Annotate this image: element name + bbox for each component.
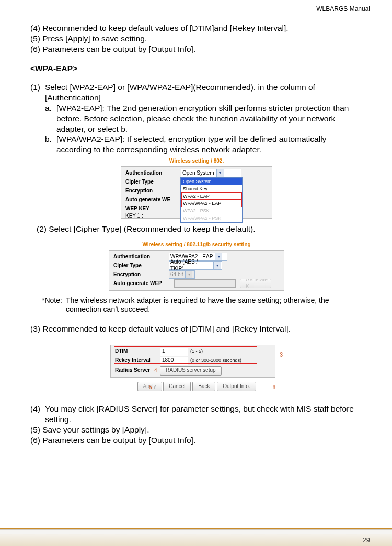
shot1-autowep-label: Auto generate WE [125,197,181,203]
shot3-rekey-label: Rekey Interval [115,357,160,364]
note-block: *Note: The wireless network adapter is r… [42,296,363,315]
screenshot-auth-dropdown: Wireless setting / 802. Authentication O… [121,158,272,219]
shot2-cipher-label: Cipler Type [113,263,169,269]
shot1-auth-value: Open System [182,170,214,177]
chevron-down-icon[interactable]: ▾ [215,253,222,260]
shot1-opt-wpa-wpa2-psk[interactable]: WPA/WPA2 - PSK [181,214,242,222]
bottom-step-4: (4) You may click [RADIUS Server] for pa… [30,404,363,425]
shot2-cipher-select[interactable]: Auto (AES / TKIP) ▾ [169,261,222,270]
top-step-6: (6) Parameters can be output by [Output … [30,44,363,54]
screenshot-cipher-type: Wireless setting / 802.11g/b security se… [109,242,284,291]
step-1b: b. [WPA/WPA2-EAP]: If selected, encrypti… [45,134,363,155]
header-manual-title: WLBARGS Manual [316,5,370,13]
shot1-auth-select[interactable]: Open System ▾ Open System Shared Key WPA… [181,169,241,177]
chevron-down-icon[interactable]: ▾ [213,262,221,269]
top-step-4: (4) Recommended to keep default values o… [30,23,363,33]
step-1b-text: [WPA/WPA2-EAP]: If selected, encryption … [56,134,363,155]
note-label: *Note: [42,296,66,315]
step-1b-letter: b. [45,134,56,155]
shot1-opt-wpa-wpa2-eap[interactable]: WPA/WPA2 - EAP [181,200,242,207]
bottom-step-6: (6) Parameters can be output by [Output … [30,435,363,446]
shot3-apply-button[interactable]: Apply [137,382,162,391]
step-1a: a. [WPA2-EAP]: The 2nd generation encryp… [45,103,363,134]
shot2-autowep-input [174,279,236,288]
step-1: (1) Select [WPA2-EAP] or [WPA/WPA2-EAP](… [30,82,363,103]
page-footer: 29 [0,528,392,546]
shot1-opt-wpa2-psk[interactable]: WPA2 - PSK [181,207,242,214]
section-heading-wpa-eap: <WPA-EAP> [30,63,363,74]
top-step-5: (5) Press [Apply] to save setting. [30,33,363,44]
shot2-enc-value: 64 bit [170,271,183,278]
chevron-down-icon[interactable]: ▾ [216,169,224,177]
shot3-radius-label: Radius Server [115,367,160,374]
shot2-enc-label: Encryption [113,271,169,278]
step-1a-letter: a. [45,103,56,134]
page-number: 29 [0,534,392,546]
shot3-rekey-hint: (0 or 300-1800 seconds) [190,358,241,364]
shot2-autowep-label: Auto generate WEP [113,280,174,287]
shot1-key1-label: KEY 1 : [125,213,181,219]
page-content: (4) Recommended to keep default values o… [30,23,363,445]
shot2-auth-label: Authentication [113,254,169,260]
shot3-dtim-label: DTIM [115,348,160,355]
shot3-dtim-input[interactable]: 1 [160,348,188,356]
header-rule [30,19,370,19]
shot1-title: Wireless setting / 802. [121,158,272,165]
shot1-opt-open-system[interactable]: Open System [181,178,242,185]
shot3-dtim-hint: (1 - 5) [190,349,203,355]
bottom-step-4-text: You may click [RADIUS Server] for parame… [45,404,363,425]
note-text: The wireless network adapter is required… [66,296,363,315]
bottom-step-4-number: (4) [30,404,45,425]
shot2-generate-button: Generate K [240,279,271,288]
step-3: (3) Recommended to keep default values o… [30,324,363,334]
shot3-rekey-input[interactable]: 1800 [160,357,188,365]
bottom-step-5: (5) Save your settings by [Apply]. [30,425,363,435]
shot3-cancel-button[interactable]: Cancel [163,382,191,391]
shot2-enc-select: 64 bit ▾ [169,270,195,279]
shot1-auth-dropdown[interactable]: Open System Shared Key WPA2 - EAP WPA/WP… [181,177,243,222]
screenshot-dtim-rekey: DTIM 1 (1 - 5) Rekey Interval 1800 (0 or… [106,345,287,391]
shot1-opt-wpa2-eap[interactable]: WPA2 - EAP [181,192,242,200]
shot1-auth-label: Authentication [125,170,181,177]
shot1-enc-label: Encryption [125,188,181,195]
shot2-title: Wireless setting / 802.11g/b security se… [109,242,284,248]
shot1-cipher-label: Cipler Type [125,179,181,186]
shot3-output-info-button[interactable]: Output Info. [217,382,256,391]
shot3-back-button[interactable]: Back [192,382,215,391]
shot3-radius-button[interactable]: RADIUS server setup [160,366,222,376]
step-2: (2) Select [Cipher Type] (Recommended to… [37,224,363,234]
shot1-wepkey-label: WEP KEY [125,206,181,212]
step-1-number: (1) [30,82,45,103]
shot3-annotation-3: 3 [280,352,283,359]
step-1-text: Select [WPA2-EAP] or [WPA/WPA2-EAP](Reco… [45,82,363,103]
shot1-opt-shared-key[interactable]: Shared Key [181,185,242,192]
step-1a-text: [WPA2-EAP]: The 2nd generation encryptio… [56,103,363,134]
chevron-down-icon: ▾ [185,271,192,278]
